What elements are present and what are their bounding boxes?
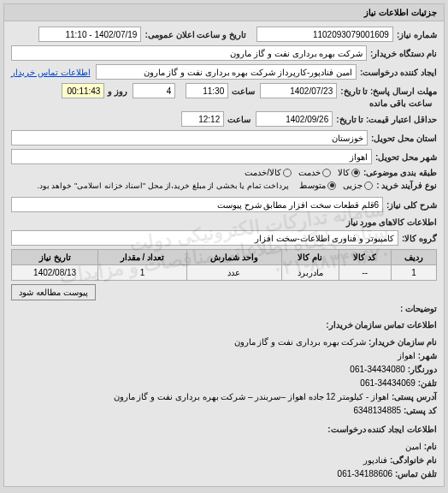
contact-phone-value: 34188606-061 bbox=[338, 469, 393, 478]
radio-icon bbox=[283, 169, 292, 177]
announce-date-field: 1402/07/19 - 11:10 bbox=[38, 27, 141, 42]
radio-service[interactable]: خدمت bbox=[298, 168, 331, 177]
contact-link[interactable]: اطلاعات تماس خریدار bbox=[11, 68, 91, 77]
day-label: روز و bbox=[108, 86, 127, 96]
deadline-time-label: ساعت bbox=[232, 86, 255, 96]
validity-time-label: ساعت bbox=[227, 115, 251, 124]
announce-date-label: تاریخ و ساعت اعلان عمومی: bbox=[144, 30, 245, 39]
org-name-label: نام سازمان خریدار: bbox=[368, 337, 437, 347]
attachment-button[interactable]: پیوست مطالعه شود bbox=[11, 284, 96, 300]
city-info-value: اهواز bbox=[398, 351, 416, 360]
address-value: اهواز - کیلومتر 12 جاده اهواز –سربندر – … bbox=[114, 392, 389, 401]
th-name: نام کالا bbox=[281, 250, 339, 265]
name-value: امین bbox=[405, 442, 421, 451]
postal-code-label: کد پستی: bbox=[404, 406, 437, 415]
goods-table: ردیف کد کالا نام کالا واحد شمارش تعداد /… bbox=[11, 249, 437, 281]
radio-icon bbox=[322, 169, 331, 177]
city-field: اهواز bbox=[11, 149, 372, 164]
category-label: طبقه بندی موضوعی: bbox=[363, 168, 437, 177]
goods-group-field: کامپیوتر و فناوری اطلاعات-سخت افزار bbox=[11, 230, 398, 246]
radio-goods[interactable]: کالا bbox=[338, 168, 360, 177]
fax-label: دورنگار: bbox=[408, 365, 437, 374]
remaining-label: ساعت باقی مانده bbox=[369, 98, 432, 108]
phone-value: 34434069-061 bbox=[360, 378, 416, 388]
th-qty: تعداد / مقدار bbox=[98, 250, 186, 265]
request-no-field: 1102093079001609 bbox=[256, 27, 393, 42]
surname-value: فنادپور bbox=[363, 455, 387, 465]
goods-info-title: اطلاعات کالاهای مورد نیاز bbox=[11, 217, 437, 227]
buyer-org-field: شرکت بهره برداری نفت و گاز مارون bbox=[11, 45, 367, 61]
remaining-days-field: 4 bbox=[133, 83, 175, 98]
radio-icon bbox=[351, 169, 360, 177]
validity-date-field: 1402/09/26 bbox=[256, 111, 333, 127]
request-no-label: شماره نیاز: bbox=[397, 30, 437, 39]
fax-value: 34434080-061 bbox=[350, 365, 405, 374]
goods-group-label: گروه کالا: bbox=[402, 234, 437, 243]
postal-code-value: 6348134885 bbox=[353, 406, 401, 415]
address-label: آدرس پستی: bbox=[392, 392, 437, 401]
radio-icon bbox=[364, 181, 373, 190]
validity-time-field: 12:12 bbox=[181, 111, 224, 127]
province-field: خوزستان bbox=[11, 130, 368, 146]
name-label: نام: bbox=[424, 442, 437, 451]
general-desc-label: شرح کلی نیاز: bbox=[386, 200, 437, 210]
radio-medium[interactable]: متوسط bbox=[299, 181, 336, 190]
creator-field: امین فنادپور-کارپرداز شرکت بهره برداری ن… bbox=[96, 64, 357, 80]
deadline-label: مهلت ارسال پاسخ: تا تاریخ: bbox=[340, 86, 437, 96]
remaining-time-field: 00:11:43 bbox=[62, 83, 104, 98]
th-code: کد کالا bbox=[339, 250, 391, 265]
table-row: 1 -- مادربرد عدد 1 1402/08/13 bbox=[12, 265, 437, 281]
th-row: ردیف bbox=[391, 250, 436, 265]
radio-icon bbox=[327, 181, 336, 190]
city-info-label: شهر: bbox=[418, 351, 437, 360]
th-unit: واحد شمارش bbox=[186, 250, 281, 265]
contact-phone-label: تلفن تماس: bbox=[395, 469, 437, 478]
creator-info-title: اطلاعات ایجاد کننده درخواست: bbox=[11, 423, 437, 437]
radio-goods-service[interactable]: کالا/خدمت bbox=[245, 168, 292, 177]
city-label: شهر محل تحویل: bbox=[375, 152, 437, 162]
province-label: استان محل تحویل: bbox=[371, 134, 437, 143]
contact-title: اطلاعات تماس سازمان خریدار: bbox=[11, 318, 437, 332]
creator-label: ایجاد کننده درخواست: bbox=[360, 68, 437, 77]
buyer-org-label: نام دستگاه خریدار: bbox=[370, 49, 437, 58]
validity-label: حداقل اعتبار قیمت: تا تاریخ: bbox=[336, 115, 437, 124]
process-type-label: نوع فرآیند خرید : bbox=[376, 181, 437, 190]
deadline-date-field: 1402/07/23 bbox=[260, 83, 337, 98]
radio-small[interactable]: جزیی bbox=[343, 181, 373, 190]
general-desc-field: 6قلم قطعات سخت افزار مطابق شرح پیوست bbox=[11, 197, 383, 212]
explanations-label: توضیحات : bbox=[400, 304, 437, 313]
deadline-time-field: 11:30 bbox=[186, 83, 228, 98]
process-note: پرداخت تمام یا بخشی از مبلغ خرید،از محل … bbox=[37, 181, 289, 190]
surname-label: نام خانوادگی: bbox=[390, 455, 437, 465]
panel-title: جزئیات اطلاعات نیاز bbox=[4, 4, 444, 21]
phone-label: تلفن: bbox=[418, 378, 437, 388]
th-date: تاریخ نیاز bbox=[12, 250, 98, 265]
org-name-value: شرکت بهره برداری نفت و گاز مارون bbox=[234, 337, 367, 347]
